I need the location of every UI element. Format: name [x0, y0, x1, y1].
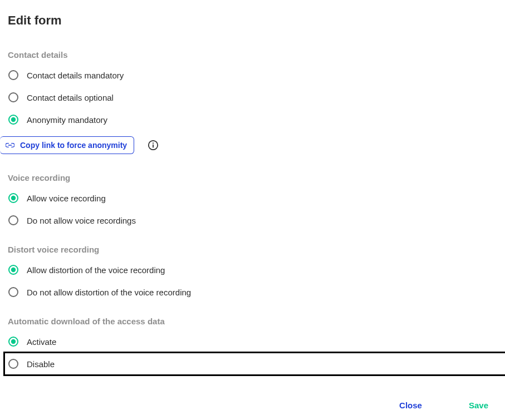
- radio-icon-unselected: [8, 215, 19, 226]
- radio-autodl-disable[interactable]: Disable: [8, 358, 497, 369]
- copy-anonymity-link-button[interactable]: Copy link to force anonymity: [0, 136, 134, 154]
- footer-buttons: Close Save: [399, 401, 488, 410]
- svg-point-9: [9, 216, 18, 225]
- radio-icon-unselected: [8, 70, 19, 81]
- svg-point-3: [11, 117, 16, 122]
- radio-label: Disable: [27, 359, 55, 369]
- section-label-contact: Contact details: [8, 50, 497, 60]
- radio-label: Do not allow voice recordings: [27, 216, 136, 225]
- svg-point-14: [11, 339, 16, 344]
- section-auto-download: Automatic download of the access data Ac…: [8, 317, 497, 369]
- close-button[interactable]: Close: [399, 401, 422, 410]
- radio-icon-unselected: [8, 92, 19, 103]
- svg-point-5: [153, 142, 154, 144]
- section-label-distort: Distort voice recording: [8, 245, 497, 254]
- section-label-voice: Voice recording: [8, 173, 497, 182]
- section-contact-details: Contact details Contact details mandator…: [8, 50, 497, 154]
- section-label-autodl: Automatic download of the access data: [8, 317, 497, 326]
- radio-label: Activate: [27, 337, 56, 347]
- radio-label: Anonymity mandatory: [27, 115, 107, 125]
- svg-point-8: [11, 196, 16, 200]
- radio-label: Allow voice recording: [27, 194, 106, 203]
- section-distort-voice: Distort voice recording Allow distortion…: [8, 245, 497, 298]
- radio-icon-unselected: [8, 358, 19, 369]
- info-icon[interactable]: [148, 140, 159, 151]
- radio-disallow-voice[interactable]: Do not allow voice recordings: [8, 215, 497, 226]
- radio-icon-selected: [8, 336, 19, 347]
- svg-point-11: [11, 268, 16, 272]
- radio-label: Contact details optional: [27, 93, 114, 102]
- radio-label: Allow distortion of the voice recording: [27, 265, 165, 275]
- svg-point-12: [9, 288, 18, 297]
- radio-contact-optional[interactable]: Contact details optional: [8, 92, 497, 103]
- svg-point-0: [9, 71, 18, 80]
- radio-allow-distortion[interactable]: Allow distortion of the voice recording: [8, 264, 497, 275]
- section-voice-recording: Voice recording Allow voice recording Do…: [8, 173, 497, 226]
- page-title: Edit form: [8, 13, 497, 28]
- radio-disallow-distortion[interactable]: Do not allow distortion of the voice rec…: [8, 286, 497, 298]
- svg-rect-6: [153, 145, 154, 148]
- radio-contact-mandatory[interactable]: Contact details mandatory: [8, 70, 497, 81]
- radio-autodl-activate[interactable]: Activate: [8, 336, 497, 347]
- radio-label: Do not allow distortion of the voice rec…: [27, 288, 191, 297]
- svg-point-15: [9, 359, 18, 368]
- save-button[interactable]: Save: [469, 401, 488, 410]
- copy-link-label: Copy link to force anonymity: [20, 141, 127, 150]
- radio-icon-selected: [8, 114, 19, 125]
- radio-anonymity-mandatory[interactable]: Anonymity mandatory: [8, 114, 497, 125]
- radio-allow-voice[interactable]: Allow voice recording: [8, 192, 497, 204]
- link-icon: [6, 142, 14, 148]
- radio-icon-unselected: [8, 286, 19, 298]
- svg-point-1: [9, 93, 18, 102]
- radio-label: Contact details mandatory: [27, 71, 124, 80]
- radio-icon-selected: [8, 192, 19, 204]
- radio-icon-selected: [8, 264, 19, 275]
